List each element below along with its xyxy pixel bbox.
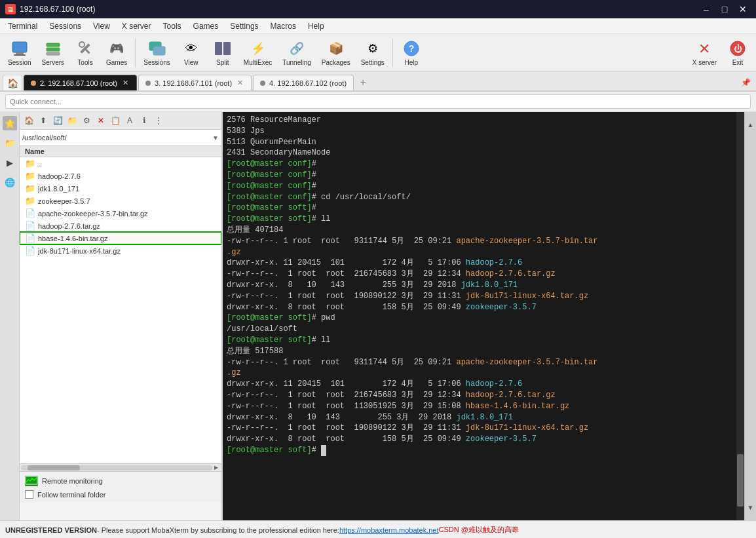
- file-home-btn[interactable]: 🏠: [22, 114, 35, 127]
- menu-view[interactable]: View: [88, 20, 115, 32]
- svg-rect-0: [12, 42, 27, 52]
- toolbar-packages[interactable]: 📦 Packages: [318, 38, 354, 67]
- sidebar-star-icon[interactable]: ⭐: [3, 116, 17, 130]
- file-item-hadoop-tar-name: hadoop-2.7.6.tar.gz: [38, 222, 100, 230]
- menu-help[interactable]: Help: [303, 20, 330, 32]
- far-right-arrow-down[interactable]: ▼: [747, 504, 754, 511]
- toolbar-split[interactable]: Split: [208, 38, 237, 67]
- toolbar-session[interactable]: Session: [4, 38, 35, 67]
- toolbar-tools[interactable]: Tools: [71, 38, 100, 67]
- tab-3[interactable]: 4. 192.168.67.102 (root): [253, 75, 354, 90]
- hscrollbar-right[interactable]: ▶: [212, 464, 220, 472]
- remote-monitor-label: Remote monitoring: [42, 477, 103, 485]
- terminal-line: [root@master soft]# ll: [227, 214, 740, 225]
- file-new-folder-btn[interactable]: 📁: [66, 114, 79, 127]
- terminal-line: 5383 Jps: [227, 126, 740, 137]
- status-link[interactable]: https://mobaxterm.mobatek.net: [339, 526, 439, 534]
- sessions-icon: [148, 39, 166, 58]
- menu-settings[interactable]: Settings: [225, 20, 263, 32]
- sidebar-arrow-icon[interactable]: ▶: [3, 155, 17, 170]
- terminal-line: [root@master conf]# cd /usr/local/soft/: [227, 192, 740, 203]
- exit-icon: ⏻: [728, 39, 747, 58]
- terminal-line: [root@master soft]#: [227, 202, 740, 214]
- toolbar-exit[interactable]: ⏻ Exit: [723, 38, 752, 67]
- minimize-button[interactable]: –: [698, 3, 714, 15]
- file-item-parent[interactable]: 📁 ..: [20, 157, 221, 170]
- menu-tools[interactable]: Tools: [158, 20, 187, 32]
- toolbar-games[interactable]: 🎮 Games: [102, 38, 131, 67]
- status-bar: UNREGISTERED VERSION - Please support Mo…: [0, 520, 756, 538]
- file-up-btn[interactable]: ⬆: [37, 114, 50, 127]
- file-info-btn[interactable]: ℹ: [138, 114, 151, 127]
- file-item-hadoop-tar[interactable]: 📄 hadoop-2.7.6.tar.gz: [20, 220, 221, 232]
- tab-2-close[interactable]: ✕: [236, 79, 244, 87]
- toolbar-settings[interactable]: ⚙ Settings: [357, 38, 388, 67]
- terminal-scrollbar-thumb[interactable]: [737, 454, 744, 507]
- path-bar: ▼: [20, 130, 221, 146]
- path-input[interactable]: [22, 131, 212, 144]
- menu-sessions[interactable]: Sessions: [44, 20, 86, 32]
- terminal-output[interactable]: 2576 ResourceManager 5383 Jps 5113 Quoru…: [223, 112, 744, 520]
- toolbar-sessions[interactable]: Sessions: [140, 38, 174, 67]
- toolbar-tunneling[interactable]: 🔗 Tunneling: [278, 38, 315, 67]
- file-item-jdk[interactable]: 📁 jdk1.8.0_171: [20, 182, 221, 195]
- file-item-hbase-name: hbase-1.4.6-bin.tar.gz: [38, 235, 107, 242]
- folder-parent-icon: 📁: [25, 159, 35, 168]
- sidebar-folder-icon[interactable]: 📁: [3, 136, 17, 150]
- file-text-btn[interactable]: A: [123, 114, 136, 127]
- toolbar-help[interactable]: ? Help: [397, 38, 426, 67]
- tab-1[interactable]: 2. 192.168.67.100 (root) ✕: [24, 75, 137, 90]
- view-icon: 👁: [182, 39, 200, 58]
- file-copy-btn[interactable]: 📋: [109, 114, 122, 127]
- tab-2[interactable]: 3. 192.168.67.101 (root) ✕: [138, 75, 252, 90]
- unregistered-label: UNREGISTERED VERSION: [5, 526, 97, 534]
- sidebar-globe-icon[interactable]: 🌐: [3, 175, 17, 189]
- terminal-scrollbar[interactable]: [736, 112, 744, 520]
- file-item-zookeeper[interactable]: 📁 zookeeper-3.5.7: [20, 195, 221, 207]
- file-item-jdk-tar[interactable]: 📄 jdk-8u171-linux-x64.tar.gz: [20, 244, 221, 257]
- file-item-hadoop[interactable]: 📁 hadoop-2.7.6: [20, 170, 221, 182]
- help-icon: ?: [402, 39, 421, 58]
- terminal-line: 5113 QuorumPeerMain: [227, 137, 740, 148]
- menu-games[interactable]: Games: [188, 20, 224, 32]
- hscrollbar-thumb[interactable]: [28, 465, 80, 471]
- file-settings-btn[interactable]: ⚙: [80, 114, 93, 127]
- toolbar-multiexec[interactable]: ⚡ MultiExec: [240, 38, 276, 67]
- file-item-apache-tar[interactable]: 📄 apache-zookeeper-3.5.7-bin.tar.gz: [20, 207, 221, 220]
- toolbar-multiexec-label: MultiExec: [244, 59, 272, 66]
- terminal-line: -rw-r--r--. 1 root root 216745683 3月 29 …: [227, 269, 740, 280]
- svg-text:✕: ✕: [698, 41, 710, 57]
- far-right-arrow-up[interactable]: ▲: [747, 121, 754, 128]
- home-tab[interactable]: 🏠: [3, 75, 22, 90]
- file-more-btn[interactable]: ⋮: [152, 114, 165, 127]
- tab-1-close[interactable]: ✕: [121, 79, 130, 87]
- file-refresh-btn[interactable]: 🔄: [51, 114, 64, 127]
- menu-terminal[interactable]: Terminal: [3, 20, 43, 32]
- file-browser-panel: 🏠 ⬆ 🔄 📁 ⚙ ✕ 📋 A ℹ ⋮ ▼ Name 📁 ..: [20, 112, 223, 520]
- status-csdn: CSDN @难以触及的高嗥: [439, 525, 519, 535]
- file-delete-btn[interactable]: ✕: [94, 114, 107, 127]
- terminal-line: 总用量 517588: [227, 346, 740, 357]
- file-hscrollbar[interactable]: ▶: [20, 463, 221, 471]
- tab-1-label: 2. 192.168.67.100 (root): [40, 79, 117, 87]
- file-item-hbase[interactable]: 📄 hbase-1.4.6-bin.tar.gz: [20, 232, 221, 244]
- terminal-line: 2431 SecondaryNameNode: [227, 147, 740, 159]
- menu-xserver[interactable]: X server: [117, 20, 157, 32]
- path-dropdown[interactable]: ▼: [212, 134, 219, 142]
- follow-folder-checkbox[interactable]: [25, 490, 33, 499]
- file-apache-icon: 📄: [25, 208, 35, 218]
- menu-macros[interactable]: Macros: [265, 20, 301, 32]
- toolbar-xserver[interactable]: ✕ X server: [689, 38, 721, 67]
- svg-text:⏻: ⏻: [734, 44, 742, 54]
- main-wrapper: ⭐ 📁 ▶ 🌐 🏠 ⬆ 🔄 📁 ⚙ ✕ 📋 A ℹ ⋮ ▼ Name: [0, 112, 756, 520]
- tab-2-label: 3. 192.168.67.101 (root): [155, 79, 232, 87]
- quick-connect-input[interactable]: [5, 94, 751, 109]
- terminal-wrapper: 2576 ResourceManager 5383 Jps 5113 Quoru…: [223, 112, 744, 520]
- toolbar-view[interactable]: 👁 View: [177, 38, 206, 67]
- maximize-button[interactable]: □: [717, 3, 732, 15]
- close-button[interactable]: ✕: [735, 3, 751, 15]
- add-tab-button[interactable]: +: [355, 75, 371, 90]
- quick-connect-bar: [0, 92, 756, 112]
- tab-pin-button[interactable]: 📌: [738, 75, 753, 90]
- toolbar-servers[interactable]: Servers: [38, 38, 68, 67]
